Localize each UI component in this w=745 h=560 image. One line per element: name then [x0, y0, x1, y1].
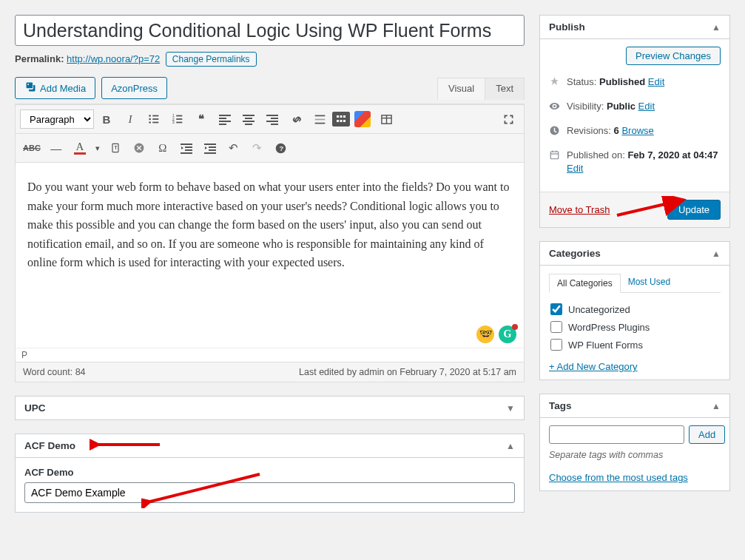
tab-all-categories[interactable]: All Categories [549, 274, 621, 293]
svg-rect-13 [219, 118, 226, 119]
revisions-icon [549, 124, 561, 140]
outdent-icon[interactable] [175, 137, 198, 159]
svg-rect-53 [556, 151, 556, 152]
svg-rect-17 [245, 118, 252, 119]
browse-revisions-link[interactable]: Browse [621, 125, 653, 136]
help-icon[interactable]: ? [270, 137, 292, 159]
category-item[interactable]: WP Fluent Forms [549, 336, 721, 354]
table-icon[interactable] [375, 108, 397, 130]
svg-point-2 [149, 118, 151, 121]
read-more-icon[interactable] [309, 108, 331, 130]
chevron-down-icon: ▼ [506, 403, 515, 414]
category-item[interactable]: Uncategorized [549, 300, 721, 318]
svg-rect-29 [343, 115, 345, 118]
camera-icon [24, 81, 37, 95]
svg-rect-22 [266, 121, 278, 122]
clear-format-icon[interactable] [128, 137, 150, 159]
undo-icon[interactable]: ↶ [223, 137, 245, 159]
edit-status-link[interactable]: Edit [648, 76, 664, 87]
tab-text[interactable]: Text [485, 78, 525, 100]
category-item[interactable]: WordPress Plugins [549, 318, 721, 336]
eye-icon [549, 100, 561, 115]
acf-field-label: ACF Demo [24, 467, 515, 478]
toolbar-toggle-icon[interactable] [332, 112, 350, 126]
strikethrough-abc-icon[interactable]: ABC [20, 137, 44, 159]
chevron-up-icon: ▲ [712, 401, 721, 411]
svg-rect-23 [271, 124, 278, 125]
svg-rect-11 [176, 122, 182, 124]
fullscreen-icon[interactable] [497, 108, 519, 130]
edit-visibility-link[interactable]: Edit [638, 101, 655, 112]
tab-visual[interactable]: Visual [437, 78, 485, 100]
update-button[interactable]: Update [667, 200, 721, 220]
format-select[interactable]: Paragraph [20, 109, 94, 129]
svg-rect-19 [245, 124, 252, 125]
publish-box-header[interactable]: Publish ▲ [540, 16, 729, 39]
special-char-icon[interactable]: Ω [152, 137, 174, 159]
svg-rect-5 [152, 122, 158, 124]
svg-rect-28 [340, 115, 343, 118]
svg-text:3: 3 [172, 120, 175, 124]
svg-text:T: T [114, 145, 117, 150]
permalink-url[interactable]: http://wp.noora/?p=72 [67, 53, 160, 64]
tab-most-used[interactable]: Most Used [621, 273, 678, 292]
text-color-dropdown-icon[interactable]: ▾ [92, 137, 103, 159]
tags-box-header[interactable]: Tags ▲ [540, 394, 729, 418]
hr-icon[interactable]: — [45, 137, 67, 159]
add-tag-button[interactable]: Add [689, 425, 725, 444]
text-color-icon[interactable]: A [69, 137, 91, 159]
bullet-list-icon[interactable] [143, 108, 165, 130]
svg-rect-44 [209, 149, 216, 151]
acf-metabox-header[interactable]: ACF Demo ▲ [16, 434, 524, 458]
italic-icon[interactable]: I [119, 108, 141, 130]
add-new-category-link[interactable]: + Add New Category [549, 361, 638, 372]
svg-rect-9 [176, 118, 182, 120]
align-center-icon[interactable] [237, 108, 260, 130]
azonpress-button[interactable]: AzonPress [101, 77, 167, 99]
upc-metabox-header[interactable]: UPC ▼ [16, 397, 524, 419]
svg-rect-31 [340, 120, 343, 122]
svg-rect-42 [204, 144, 216, 145]
pin-icon [549, 75, 561, 91]
indent-icon[interactable] [199, 137, 221, 159]
blockquote-icon[interactable]: ❝ [190, 108, 212, 130]
svg-rect-39 [185, 146, 192, 148]
svg-rect-15 [219, 124, 226, 125]
categories-box-header[interactable]: Categories ▲ [540, 242, 729, 266]
chevron-up-icon: ▲ [712, 249, 721, 259]
svg-rect-40 [185, 149, 192, 151]
color-swatch-icon[interactable] [354, 111, 371, 127]
change-permalinks-button[interactable]: Change Permalinks [166, 52, 257, 67]
chevron-up-icon: ▲ [712, 22, 721, 33]
align-left-icon[interactable] [214, 108, 236, 130]
preview-changes-button[interactable]: Preview Changes [626, 47, 721, 65]
link-icon[interactable] [285, 108, 307, 130]
tag-cloud-link[interactable]: Choose from the most used tags [549, 472, 688, 483]
svg-rect-1 [152, 115, 158, 117]
svg-rect-52 [553, 151, 553, 152]
svg-rect-26 [314, 122, 325, 124]
svg-rect-41 [181, 152, 192, 154]
paste-text-icon[interactable]: T [104, 137, 127, 159]
svg-rect-3 [152, 118, 158, 120]
svg-rect-18 [243, 121, 254, 122]
svg-rect-14 [219, 121, 231, 122]
numbered-list-icon[interactable]: 123 [166, 108, 189, 130]
editor-content-area[interactable]: Do you want your web form to behave base… [16, 163, 524, 348]
emoji-helper-icon[interactable]: 🤓 [476, 325, 494, 343]
post-title-input[interactable] [15, 15, 525, 46]
align-right-icon[interactable] [261, 108, 283, 130]
edit-date-link[interactable]: Edit [567, 163, 583, 174]
grammarly-icon[interactable]: G [499, 325, 516, 343]
acf-demo-input[interactable] [24, 482, 515, 503]
redo-icon[interactable]: ↷ [246, 137, 269, 159]
svg-point-4 [149, 121, 151, 124]
calendar-icon [549, 149, 561, 164]
svg-rect-16 [243, 115, 254, 116]
svg-point-0 [149, 115, 151, 117]
svg-rect-30 [337, 120, 339, 122]
add-media-button[interactable]: Add Media [15, 77, 95, 99]
move-to-trash-link[interactable]: Move to Trash [549, 204, 610, 215]
bold-icon[interactable]: B [95, 108, 118, 130]
tag-input[interactable] [549, 425, 684, 444]
